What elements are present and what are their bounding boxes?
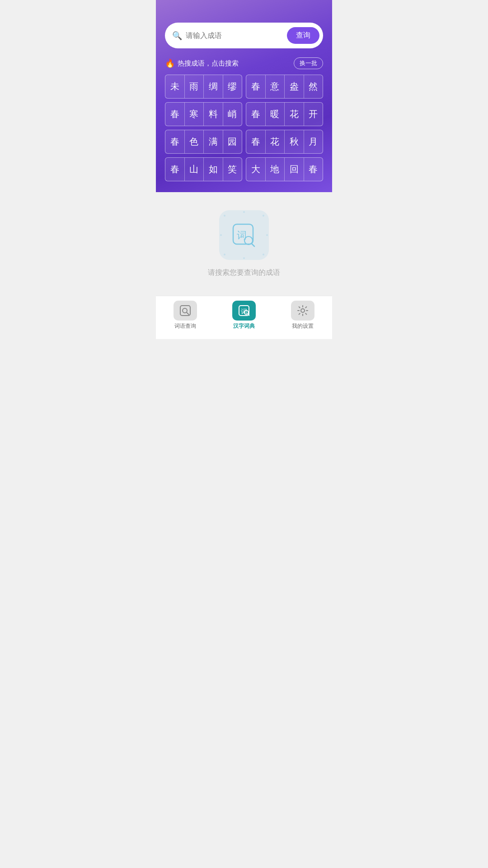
idiom-char: 峭 <box>223 103 242 126</box>
idiom-char: 春 <box>246 130 266 153</box>
settings-icon <box>296 304 309 317</box>
search-input[interactable] <box>186 32 287 40</box>
empty-search-icon: 词 <box>230 222 258 249</box>
idiom-char: 月 <box>304 130 323 153</box>
header-area: 🔍 查询 🔥 热搜成语，点击搜索 换一批 未 雨 绸 缪 春 意 盎 然 春 寒 <box>156 0 332 192</box>
main-content: 词 请搜索您要查询的成语 <box>156 192 332 296</box>
idiom-char: 春 <box>165 158 185 181</box>
idiom-char: 雨 <box>185 75 204 98</box>
idiom-char: 春 <box>246 103 266 126</box>
idiom-char: 开 <box>304 103 323 126</box>
svg-point-11 <box>301 309 305 312</box>
idiom-char: 春 <box>246 75 266 98</box>
svg-line-6 <box>187 312 189 315</box>
nav-icon-settings <box>291 301 314 321</box>
idiom-card-5[interactable]: 春 花 秋 月 <box>246 130 323 154</box>
nav-item-hanzi-dict[interactable]: 词 汉字词典 <box>215 301 273 330</box>
idiom-char: 回 <box>285 158 304 181</box>
nav-label-hanzi-dict: 汉字词典 <box>233 322 255 330</box>
idiom-char: 花 <box>266 130 285 153</box>
idiom-char: 笑 <box>223 158 242 181</box>
idiom-char: 暖 <box>266 103 285 126</box>
hot-search-header: 🔥 热搜成语，点击搜索 换一批 <box>165 57 323 69</box>
idiom-char: 缪 <box>223 75 242 98</box>
idiom-char: 如 <box>204 158 223 181</box>
idiom-char: 然 <box>304 75 323 98</box>
idiom-char: 未 <box>165 75 185 98</box>
idiom-card-1[interactable]: 春 意 盎 然 <box>246 75 323 99</box>
idiom-char: 绸 <box>204 75 223 98</box>
idiom-char: 满 <box>204 130 223 153</box>
hanzi-dict-icon: 词 <box>238 304 250 317</box>
nav-item-settings[interactable]: 我的设置 <box>273 301 332 330</box>
idiom-char: 意 <box>266 75 285 98</box>
idiom-card-2[interactable]: 春 寒 料 峭 <box>165 102 242 126</box>
idiom-char: 寒 <box>185 103 204 126</box>
idiom-char: 大 <box>246 158 266 181</box>
idiom-card-6[interactable]: 春 山 如 笑 <box>165 157 242 181</box>
idiom-char: 地 <box>266 158 285 181</box>
nav-icon-word-query <box>174 301 197 321</box>
hot-search-label: 热搜成语，点击搜索 <box>178 59 239 68</box>
word-query-icon <box>179 304 192 317</box>
search-button[interactable]: 查询 <box>287 27 319 44</box>
idiom-char: 春 <box>165 130 185 153</box>
hot-search-title: 🔥 热搜成语，点击搜索 <box>165 58 239 68</box>
svg-text:词: 词 <box>237 230 247 241</box>
idiom-char: 色 <box>185 130 204 153</box>
svg-line-3 <box>252 244 254 246</box>
nav-item-word-query[interactable]: 词语查询 <box>156 301 215 330</box>
idiom-char: 盎 <box>285 75 304 98</box>
idiom-char: 花 <box>285 103 304 126</box>
refresh-button[interactable]: 换一批 <box>294 57 323 69</box>
empty-state-text: 请搜索您要查询的成语 <box>208 268 280 278</box>
idiom-char: 春 <box>165 103 185 126</box>
idiom-char: 春 <box>304 158 323 181</box>
idiom-char: 园 <box>223 130 242 153</box>
flame-icon: 🔥 <box>165 58 175 68</box>
idiom-card-0[interactable]: 未 雨 绸 缪 <box>165 75 242 99</box>
nav-label-word-query: 词语查询 <box>174 322 196 330</box>
idiom-char: 秋 <box>285 130 304 153</box>
empty-icon-wrap: 词 <box>219 210 269 260</box>
idiom-card-4[interactable]: 春 色 满 园 <box>165 130 242 154</box>
idiom-card-7[interactable]: 大 地 回 春 <box>246 157 323 181</box>
idiom-char: 料 <box>204 103 223 126</box>
search-bar: 🔍 查询 <box>165 23 323 48</box>
nav-label-settings: 我的设置 <box>292 322 314 330</box>
idiom-char: 山 <box>185 158 204 181</box>
search-icon: 🔍 <box>172 31 182 41</box>
idiom-card-3[interactable]: 春 暖 花 开 <box>246 102 323 126</box>
nav-icon-hanzi-dict: 词 <box>232 301 256 321</box>
idiom-grid: 未 雨 绸 缪 春 意 盎 然 春 寒 料 峭 春 暖 花 开 春 色 <box>165 75 323 181</box>
bottom-nav: 词语查询 词 汉字词典 我的设置 <box>156 296 332 339</box>
